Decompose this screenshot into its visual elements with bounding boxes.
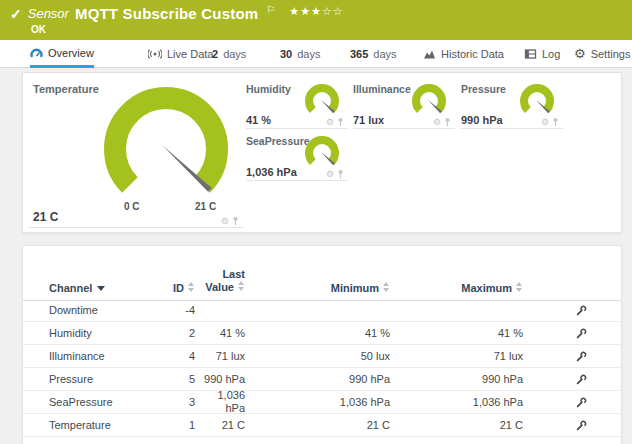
priority-stars[interactable]: ★★★☆☆ [289, 5, 343, 18]
gauge-pressure-value: 990 hPa [461, 114, 503, 126]
gauge-temperature-value: 21 C [33, 210, 58, 224]
channel-table-header: Channel ID Last Value Minimum Maximum [23, 268, 621, 301]
channel-last-value: 71 lux [195, 350, 245, 363]
sensor-title: MQTT Subscribe Custom [75, 5, 258, 22]
channel-settings-wrench-icon[interactable] [576, 397, 587, 408]
channel-id: 2 [153, 327, 195, 339]
channel-table-panel: Channel ID Last Value Minimum Maximum Do… [22, 245, 622, 444]
tab-2-days-label: days [223, 48, 246, 60]
channel-minimum: 1,036 hPa [245, 396, 390, 408]
channel-last-value: 41 % [195, 327, 245, 340]
tab-30-days-number: 30 [280, 48, 292, 60]
tab-2-days-number: 2 [212, 48, 218, 60]
channel-name: Downtime [23, 304, 153, 316]
channel-maximum: 41 % [390, 327, 523, 339]
gauge-illuminance-name: Illuminance [353, 83, 411, 95]
gauge-scale-max: 21 C [195, 201, 216, 212]
tab-365-days-label: days [373, 48, 396, 60]
sort-icon [188, 282, 195, 292]
channel-minimum: 41 % [245, 327, 390, 339]
gauge-icon [30, 47, 43, 59]
gauge-illuminance-value: 71 lux [353, 114, 384, 126]
live-signal-icon [148, 48, 162, 60]
column-header-id[interactable]: ID [153, 282, 195, 294]
temperature-gauge-dial [96, 79, 236, 219]
channel-settings-wrench-icon[interactable] [576, 374, 587, 385]
tab-overview[interactable]: Overview [30, 40, 94, 68]
channel-maximum: 1,036 hPa [390, 396, 523, 408]
channel-id: 3 [153, 396, 195, 408]
tab-bar: Overview Live Data 2 days 30 days 365 da… [0, 40, 632, 68]
tab-settings-label: Settings [591, 48, 631, 60]
sensor-status-header: ✓ Sensor MQTT Subscribe Custom ⚐ ★★★☆☆ O… [0, 0, 632, 40]
column-header-minimum[interactable]: Minimum [245, 282, 390, 294]
tab-historic-data-label: Historic Data [441, 48, 504, 60]
gear-icon: ⚙ [574, 48, 586, 60]
tab-365-days-number: 365 [350, 48, 368, 60]
pause-flag-icon[interactable]: ⚐ [266, 4, 275, 15]
gauge-seapressure[interactable]: SeaPressure 1,036 hPa ⚙ [246, 135, 348, 181]
object-kind-label: Sensor [28, 6, 69, 21]
pin-icon[interactable] [444, 117, 451, 127]
tab-365-days[interactable]: 365 days [350, 40, 397, 67]
channel-id: -4 [153, 304, 195, 316]
gauge-seapressure-value: 1,036 hPa [246, 166, 297, 178]
gauge-humidity-value: 41 % [246, 114, 271, 126]
channel-name: Humidity [23, 327, 153, 339]
tab-historic-data[interactable]: Historic Data [423, 40, 504, 67]
channel-settings-wrench-icon[interactable] [576, 305, 587, 316]
tab-overview-label: Overview [48, 47, 94, 59]
column-header-maximum[interactable]: Maximum [390, 282, 523, 294]
channel-minimum: 50 lux [245, 350, 390, 362]
gauge-illuminance[interactable]: Illuminance 71 lux ⚙ [353, 83, 455, 129]
pin-icon[interactable] [232, 216, 239, 226]
table-row-downtime[interactable]: Downtime -4 [23, 299, 621, 322]
gauge-humidity[interactable]: Humidity 41 % ⚙ [246, 83, 348, 129]
log-table-icon [524, 48, 537, 60]
tab-2-days[interactable]: 2 days [212, 40, 246, 67]
pin-icon[interactable] [337, 169, 344, 179]
channel-name: SeaPressure [23, 396, 153, 408]
channel-settings-wrench-icon[interactable] [576, 328, 587, 339]
sort-icon [238, 281, 245, 291]
pin-icon[interactable] [552, 117, 559, 127]
gauge-scale-min: 0 C [124, 201, 140, 212]
channel-id: 1 [153, 419, 195, 431]
channel-last-value: 1,036 hPa [195, 389, 245, 415]
channel-last-value: 21 C [195, 419, 245, 432]
tab-settings[interactable]: ⚙ Settings [574, 40, 630, 67]
pin-icon[interactable] [337, 117, 344, 127]
channel-id: 5 [153, 373, 195, 385]
channel-minimum: 990 hPa [245, 373, 390, 385]
tab-log[interactable]: Log [524, 40, 560, 67]
table-row-illuminance[interactable]: Illuminance 4 71 lux 50 lux 71 lux [23, 345, 621, 368]
channel-settings-wrench-icon[interactable] [576, 351, 587, 362]
channel-name: Temperature [23, 419, 153, 431]
gauge-humidity-name: Humidity [246, 83, 291, 95]
gauge-gear-icon[interactable]: ⚙ [221, 217, 229, 226]
table-row-pressure[interactable]: Pressure 5 990 hPa 990 hPa 990 hPa [23, 368, 621, 391]
table-row-humidity[interactable]: Humidity 2 41 % 41 % 41 % [23, 322, 621, 345]
channel-table-rows: Downtime -4 Humidity 2 41 % 41 % 41 % Il… [23, 299, 621, 437]
gauge-temperature-name: Temperature [33, 83, 99, 95]
gauge-pressure[interactable]: Pressure 990 hPa ⚙ [461, 83, 563, 129]
sort-icon [383, 282, 390, 292]
table-row-seapressure[interactable]: SeaPressure 3 1,036 hPa 1,036 hPa 1,036 … [23, 391, 621, 414]
gauge-gear-icon[interactable]: ⚙ [433, 118, 441, 127]
channel-maximum: 71 lux [390, 350, 523, 362]
sort-icon [516, 282, 523, 292]
gauge-gear-icon[interactable]: ⚙ [326, 118, 334, 127]
gauge-gear-icon[interactable]: ⚙ [326, 170, 334, 179]
table-row-temperature[interactable]: Temperature 1 21 C 21 C 21 C [23, 414, 621, 437]
channel-maximum: 990 hPa [390, 373, 523, 385]
tab-live-data-label: Live Data [167, 48, 213, 60]
channel-settings-wrench-icon[interactable] [576, 420, 587, 431]
tab-30-days[interactable]: 30 days [280, 40, 321, 67]
gauge-gear-icon[interactable]: ⚙ [541, 118, 549, 127]
tab-30-days-label: days [297, 48, 320, 60]
column-header-channel[interactable]: Channel [23, 282, 153, 294]
tab-live-data[interactable]: Live Data [148, 40, 213, 67]
gauge-temperature[interactable]: Temperature 0 C 21 C 21 C ⚙ [29, 79, 243, 228]
column-header-last-value[interactable]: Last Value [195, 268, 245, 294]
gauge-pressure-name: Pressure [461, 83, 506, 95]
